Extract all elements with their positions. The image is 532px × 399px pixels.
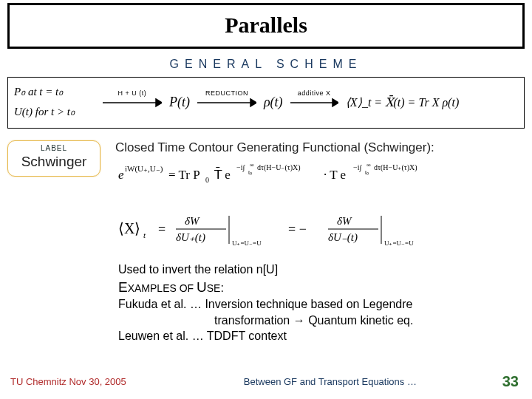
invert-line: Used to invert the relation n[U] [118, 262, 525, 278]
Xt-equality: ⟨X⟩_t = X̄(t) = Tr X ρ(t) [346, 95, 460, 109]
svg-text:δU₋(t): δU₋(t) [328, 231, 358, 244]
formula-block: e iW(U₊,U₋) = Tr P 0 T̄ e −i∫ ∞ t₀ dτ(H−… [118, 160, 525, 251]
svg-marker-1 [156, 99, 162, 106]
slide-footer: TU Chemnitz Nov 30, 2005 Between GF and … [0, 373, 532, 390]
svg-text:δW: δW [185, 215, 200, 227]
svg-text:⟨X⟩: ⟨X⟩ [118, 220, 140, 236]
footer-title: Between GF and Transport Equations … [158, 376, 502, 387]
lower-text-block: Used to invert the relation n[U] EXAMPLE… [118, 262, 525, 344]
fukuda-line2: transformation → Quantum kinetic eq. [118, 313, 525, 329]
scheme-diagram: P₀ at t = t₀ U(t) for t > t₀ H + U (t) P… [7, 77, 525, 129]
arrow-additive: additive X [290, 89, 338, 115]
svg-text:−i∫: −i∫ [353, 163, 362, 172]
svg-text:T̄ e: T̄ e [214, 167, 231, 182]
svg-text:t₀: t₀ [248, 169, 252, 176]
svg-text:=  −: = − [288, 222, 307, 236]
examples-of-use-heading: EXAMPLES OF USE: [118, 278, 525, 297]
svg-text:dτ(H−U₋(τ)X): dτ(H−U₋(τ)X) [257, 163, 301, 172]
diagram-initial-conditions: P₀ at t = t₀ U(t) for t > t₀ [14, 82, 95, 122]
leuwen-line: Leuwen et al. … TDDFT context [118, 328, 525, 344]
Pt-term: P(t) [169, 95, 190, 110]
svg-text:∞: ∞ [366, 162, 371, 168]
fukuda-line1: Fukuda et al. … Inversion technique base… [118, 296, 525, 313]
svg-text:t₀: t₀ [365, 169, 369, 176]
reduction-label: REDUCTION [197, 89, 256, 97]
schwinger-section: LABEL Schwinger Closed Time Contour Gene… [7, 140, 525, 251]
label-big: Schwinger [18, 154, 89, 170]
arrow-hu: H + U (t) [103, 89, 162, 115]
svg-marker-3 [250, 99, 256, 106]
svg-text:e: e [118, 168, 124, 182]
svg-marker-5 [332, 99, 338, 106]
p0-at-t0: P₀ at t = t₀ [14, 82, 95, 102]
svg-text:= Tr P: = Tr P [168, 168, 200, 182]
svg-text:iW(U₊,U₋): iW(U₊,U₋) [125, 164, 163, 174]
footer-page-number: 33 [502, 373, 519, 390]
hu-label: H + U (t) [103, 89, 162, 97]
label-small: LABEL [18, 144, 89, 152]
svg-text:t: t [143, 231, 146, 239]
slide-title: Parallels [7, 3, 525, 49]
svg-text:· T e: · T e [324, 168, 346, 182]
svg-text:U₊=U₋=U: U₊=U₋=U [232, 239, 262, 247]
svg-text:dτ(H−U₊(τ)X): dτ(H−U₊(τ)X) [374, 163, 417, 172]
svg-text:δW: δW [337, 215, 352, 227]
formula-eiW: e iW(U₊,U₋) = Tr P 0 T̄ e −i∫ ∞ t₀ dτ(H−… [118, 160, 517, 191]
additive-label: additive X [290, 89, 338, 97]
rho-t-term: ρ(t) [264, 95, 283, 110]
schwinger-label-box: LABEL Schwinger [7, 140, 100, 177]
svg-text:U₊=U₋=U: U₊=U₋=U [384, 239, 414, 247]
section-title: Closed Time Contour Generating Functiona… [115, 140, 525, 155]
arrow-reduction: REDUCTION [197, 89, 256, 115]
footer-venue: TU Chemnitz Nov 30, 2005 [10, 376, 158, 387]
svg-text:0: 0 [205, 176, 209, 184]
svg-text:=: = [158, 222, 166, 236]
general-scheme-heading: GENERAL SCHEME [0, 58, 532, 71]
Ut-for-tgt-t0: U(t) for t > t₀ [14, 102, 95, 122]
svg-text:−i∫: −i∫ [236, 163, 245, 172]
svg-text:∞: ∞ [250, 162, 254, 168]
formula-Xt: ⟨X⟩ t = δW δU₊(t) U₊=U₋=U = − δW δU₋(t) … [118, 208, 517, 251]
svg-text:δU₊(t): δU₊(t) [176, 231, 205, 244]
